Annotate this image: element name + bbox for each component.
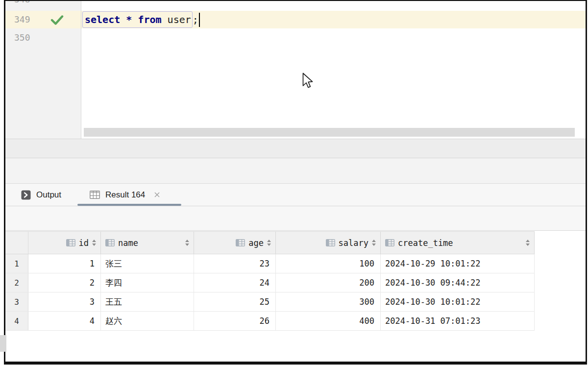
table-icon	[90, 191, 100, 199]
sort-icon[interactable]	[92, 240, 96, 246]
row-number[interactable]: 4	[5, 312, 28, 330]
result-toolbar: 4 rows	[5, 206, 586, 230]
editor-status-strip	[5, 139, 586, 158]
result-tabbar: Output Result 164	[5, 184, 586, 206]
column-icon	[105, 239, 115, 246]
tab-output-label: Output	[36, 190, 61, 200]
cell-create-time[interactable]: 2024-10-30 09:44:22	[381, 273, 535, 292]
column-icon	[385, 239, 394, 246]
column-label: create_time	[398, 238, 453, 248]
row-number[interactable]: 3	[5, 292, 28, 311]
column-icon	[236, 239, 245, 246]
cell-create-time[interactable]: 2024-10-30 10:01:22	[381, 292, 535, 311]
mouse-cursor	[302, 73, 316, 92]
cell-id[interactable]: 3	[28, 292, 101, 311]
column-label: age	[248, 238, 264, 248]
horizontal-scrollbar-thumb[interactable]	[84, 128, 575, 137]
cell-salary[interactable]: 300	[276, 292, 381, 311]
cell-salary[interactable]: 100	[276, 254, 381, 273]
tab-result-label: Result 164	[105, 190, 145, 200]
sql-editor[interactable]: 348 349 350 select * from user ;	[5, 1, 586, 139]
sort-icon[interactable]	[267, 240, 271, 246]
tab-output[interactable]: Output	[21, 184, 61, 206]
grid-header-row: id name	[5, 231, 535, 254]
line-number: 348	[14, 0, 30, 4]
result-grid: id name	[5, 231, 535, 331]
line-number: 349	[14, 14, 30, 24]
token-identifier-user: user	[168, 14, 191, 25]
text-caret	[199, 13, 200, 27]
statement-executed-check-icon[interactable]	[50, 15, 64, 27]
token-keyword-from: from	[138, 14, 167, 25]
column-label: id	[79, 238, 89, 248]
cell-name[interactable]: 赵六	[101, 312, 194, 330]
cell-id[interactable]: 1	[28, 254, 101, 273]
table-row: 3 3 王五 25 300 2024-10-30 10:01:22	[5, 292, 535, 312]
token-semicolon: ;	[193, 14, 198, 25]
token-star: *	[126, 14, 138, 25]
column-header-name[interactable]: name	[101, 232, 194, 254]
cell-age[interactable]: 26	[194, 312, 276, 330]
gutter-divider	[81, 1, 81, 139]
column-header-create-time[interactable]: create_time	[381, 232, 535, 254]
sort-icon[interactable]	[372, 240, 376, 246]
cell-id[interactable]: 4	[28, 312, 101, 330]
cell-id[interactable]: 2	[28, 273, 101, 292]
close-tab-icon[interactable]	[153, 191, 161, 198]
cell-age[interactable]: 25	[194, 292, 276, 311]
column-header-age[interactable]: age	[194, 232, 276, 254]
grid-corner-cell[interactable]	[5, 232, 28, 254]
cell-create-time[interactable]: 2024-10-31 07:01:23	[381, 312, 535, 330]
column-icon	[66, 239, 75, 246]
cell-name[interactable]: 张三	[101, 254, 194, 273]
divider	[5, 230, 586, 231]
tool-window-spacer	[5, 158, 586, 183]
line-number: 350	[14, 32, 30, 43]
row-number[interactable]: 1	[5, 254, 28, 273]
column-label: salary	[339, 238, 368, 248]
output-icon	[21, 190, 31, 200]
cell-age[interactable]: 24	[194, 273, 276, 292]
sql-statement-line[interactable]: select * from user ;	[82, 11, 200, 28]
row-number[interactable]: 2	[5, 273, 28, 292]
table-row: 4 4 赵六 26 400 2024-10-31 07:01:23	[5, 312, 535, 331]
column-icon	[326, 239, 335, 246]
cell-salary[interactable]: 400	[276, 312, 381, 330]
token-keyword-select: select	[85, 14, 126, 25]
vertical-scrollbar-thumb[interactable]	[0, 335, 6, 352]
column-label: name	[118, 238, 138, 248]
sql-statement-box: select * from user	[82, 11, 193, 28]
column-header-id[interactable]: id	[28, 232, 101, 254]
cell-salary[interactable]: 200	[276, 273, 381, 292]
cell-create-time[interactable]: 2024-10-29 10:01:22	[381, 254, 535, 273]
cell-name[interactable]: 李四	[101, 273, 194, 292]
table-row: 2 2 李四 24 200 2024-10-30 09:44:22	[5, 273, 535, 292]
ide-window: 348 349 350 select * from user ;	[4, 0, 587, 365]
sort-icon[interactable]	[526, 240, 530, 246]
tab-result-164[interactable]: Result 164	[90, 184, 161, 206]
table-row: 1 1 张三 23 100 2024-10-29 10:01:22	[5, 254, 535, 273]
column-header-salary[interactable]: salary	[276, 232, 381, 254]
cell-age[interactable]: 23	[194, 254, 276, 273]
cell-name[interactable]: 王五	[101, 292, 194, 311]
sort-icon[interactable]	[185, 240, 189, 246]
